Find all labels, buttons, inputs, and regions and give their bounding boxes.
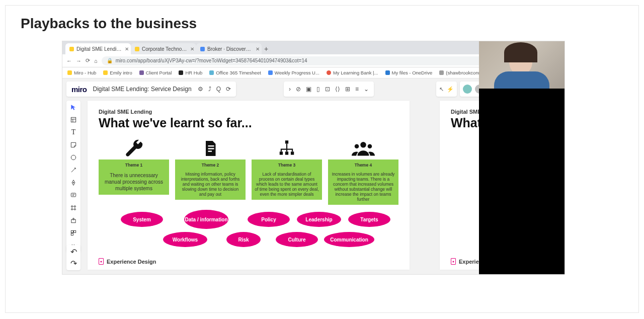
frame-icon[interactable]: ▣ [306,86,311,93]
export-icon[interactable]: ⤴ [208,86,211,93]
bookmark-label: My files - OneDrive [392,70,433,75]
timer-icon[interactable]: ⟨⟩ [335,86,340,93]
theme-card[interactable]: Theme 3 Lack of standardisation of proce… [252,160,322,200]
bookmark-item[interactable]: Client Portal [139,70,172,75]
tab-label: Broker · Discovery Research · Sli... [207,46,253,52]
tab-close-icon[interactable]: ✕ [256,46,260,52]
undo-redo-box: ↶ ↷ [66,245,80,270]
topic-bubble[interactable]: System [121,212,163,227]
shape-tool-icon[interactable] [68,153,79,162]
svg-rect-13 [71,230,73,232]
bookmark-item[interactable]: Office 365 Timesheet [209,70,261,75]
slide-title: Playbacks to the business [21,16,623,32]
bookmark-label: Client Portal [146,70,172,75]
grid-icon[interactable]: ⊞ [345,86,350,93]
browser-tab-0[interactable]: Digital SME Lending: Service D... ✕ [65,43,131,54]
webcam-video [479,41,565,89]
bookmark-item[interactable]: My Learning Bank |... [327,70,378,75]
chevron-down-icon[interactable]: ⌄ [364,86,369,93]
settings-icon[interactable]: ⚙ [198,86,203,93]
bookmark-label: Emily intro [110,70,132,75]
connection-tool-icon[interactable] [68,166,79,175]
template-tool-icon[interactable] [68,115,79,124]
tab-close-icon[interactable]: ✕ [125,46,129,52]
present-icon[interactable]: ⊘ [296,86,301,93]
pen-tool-icon[interactable] [68,178,79,187]
browser-screenshot: — ▢ ✕ Digital SME Lending: Service D... … [62,41,565,275]
bookmark-item[interactable]: Weekly Progress U... [268,70,319,75]
svg-point-4 [73,182,74,183]
new-tab-button[interactable]: + [262,43,271,54]
theme-label: Theme 3 [278,163,296,168]
search-icon[interactable]: Q [216,86,221,93]
nav-forward-icon[interactable]: → [76,58,82,64]
url-text: miro.com/app/board/uXjVP3Ay-cw=/?moveToW… [116,58,307,63]
theme-row: Theme 1 There is unnecessary manual proc… [99,137,398,205]
lock-icon: 🔒 [107,58,113,63]
activity-icon[interactable]: ≡ [355,86,359,93]
bookmark-favicon [179,70,183,75]
svg-rect-22 [291,151,294,154]
bookmark-label: My Learning Bank |... [333,70,378,75]
board-frame-1[interactable]: Digital SME Lending What we've learnt so… [88,101,410,270]
svg-point-3 [71,155,75,160]
board-title[interactable]: Digital SME Lending: Service Design [93,86,192,93]
avatar [463,85,472,94]
bookmark-favicon [268,70,273,75]
theme-card[interactable]: Theme 1 There is unnecessary manual proc… [99,160,169,195]
url-input[interactable]: 🔒 miro.com/app/board/uXjVP3Ay-cw=/?moveT… [102,56,533,65]
topic-bubble[interactable]: Communication [324,232,374,247]
frame-subtitle: Digital SME Lending [99,109,398,115]
browser-tab-2[interactable]: Broker · Discovery Research · Sli... ✕ [196,43,262,54]
theme-column: Theme 1 There is unnecessary manual proc… [99,137,169,205]
theme-card[interactable]: Theme 2 Missing information, policy inte… [175,160,246,200]
theme-card[interactable]: Theme 4 Increases in volumes are already… [328,160,398,205]
bookmark-favicon [327,70,331,75]
tab-close-icon[interactable]: ✕ [190,46,194,52]
comment-tool-icon[interactable] [68,191,79,200]
sticky-tool-icon[interactable] [68,140,79,149]
tab-favicon [135,47,139,51]
nav-reload-icon[interactable]: ⟳ [86,57,90,64]
svg-point-24 [355,144,359,148]
topic-bubble[interactable]: Policy [248,212,290,227]
frame-tool-icon[interactable] [68,203,79,212]
text-tool-icon[interactable]: T [68,128,79,137]
browser-tab-1[interactable]: Corporate Technology: SD_Onli... ✕ [131,43,196,54]
undo-icon[interactable]: ↶ [70,247,77,257]
chevron-icon[interactable]: › [289,86,291,93]
miro-topbar-left: miro Digital SME Lending: Service Design… [66,82,236,97]
svg-rect-0 [71,117,75,122]
theme-text: Missing information, policy interpretati… [178,172,243,197]
bookmark-item[interactable]: Miro - Hub [67,70,96,75]
svg-rect-14 [74,230,76,232]
nav-home-icon[interactable]: ⌂ [94,58,98,64]
bookmark-item[interactable]: Emily intro [103,70,132,75]
cursor-icon[interactable]: ↖ [439,86,444,93]
miro-left-toolbar: T ›› [66,101,80,252]
document-icon [201,137,219,160]
reactions-icon[interactable]: ⚡ [447,86,454,93]
nav-back-icon[interactable]: ← [66,58,72,64]
upload-tool-icon[interactable] [68,216,79,225]
topic-bubble[interactable]: Workflows [163,232,207,247]
miro-logo[interactable]: miro [71,85,87,94]
tab-label: Corporate Technology: SD_Onli... [142,46,187,52]
select-tool-icon[interactable] [68,103,79,112]
apps-tool-icon[interactable] [68,228,79,237]
panel-icon[interactable]: ▯ [316,86,320,93]
history-icon[interactable]: ⟳ [226,86,231,93]
experience-design-icon [99,258,104,265]
bookmark-item[interactable]: My files - OneDrive [385,70,433,75]
bookmark-favicon [209,70,214,75]
topic-bubble[interactable]: Leadership [297,212,341,227]
theme-label: Theme 4 [355,163,372,168]
topic-bubble[interactable]: Data / information [184,210,228,229]
svg-point-23 [360,142,366,148]
topic-bubble[interactable]: Targets [348,212,390,227]
bookmark-item[interactable]: HR Hub [179,70,202,75]
topic-bubble[interactable]: Risk [226,232,261,247]
redo-icon[interactable]: ↷ [70,259,77,268]
topic-bubble[interactable]: Culture [276,232,318,247]
comment-icon[interactable]: ⊡ [325,86,330,93]
